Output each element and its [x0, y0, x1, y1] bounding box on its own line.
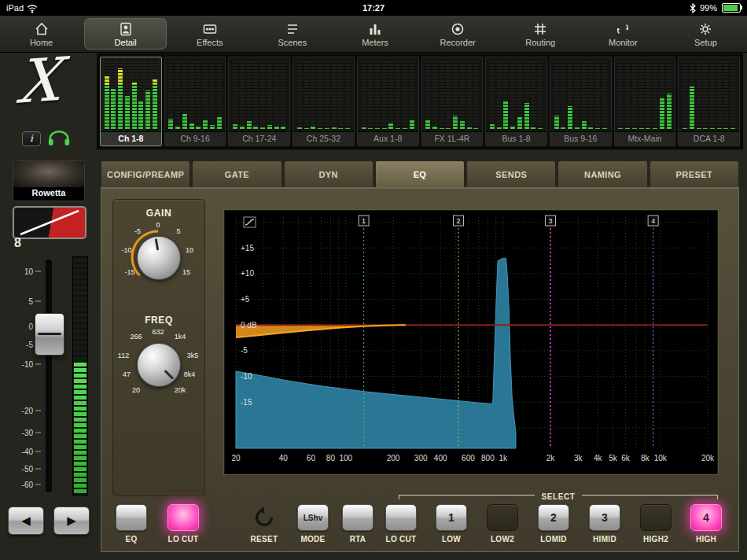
svg-text:+10: +10	[241, 269, 254, 278]
meter-fill	[660, 98, 664, 130]
tab-preset[interactable]: PRESET	[649, 160, 739, 187]
eq-bottom-button-label: LOW2	[476, 535, 529, 543]
meter	[203, 60, 208, 130]
meter-fill	[325, 128, 329, 130]
reset-button[interactable]	[248, 504, 280, 531]
lo-cut-button[interactable]	[385, 504, 417, 531]
himid-button[interactable]: 3	[589, 504, 620, 531]
prev-channel-button[interactable]: ◀	[8, 507, 44, 535]
meter-group-bus-1-8[interactable]: Bus 1-8	[485, 57, 547, 146]
tab-dyn[interactable]: DYN	[284, 160, 374, 187]
meter-group-label: DCA 1-8	[679, 131, 739, 146]
meter	[138, 60, 143, 130]
meter-bars	[422, 57, 483, 131]
knob-dial[interactable]	[137, 236, 181, 280]
high2-button[interactable]	[640, 504, 672, 531]
channel-color-pan[interactable]	[13, 206, 86, 239]
tab-gate[interactable]: GATE	[192, 160, 282, 187]
meter	[260, 60, 265, 130]
next-channel-button[interactable]: ▶	[53, 507, 90, 535]
rta-button[interactable]	[342, 504, 374, 531]
tab-naming[interactable]: NAMING	[557, 160, 647, 187]
meter-fill	[196, 127, 201, 130]
svg-text:80: 80	[326, 454, 336, 462]
meter-group-ch-25-32[interactable]: Ch 25-32	[293, 57, 355, 146]
meter-group-ch-1-8[interactable]: Ch 1-8	[100, 57, 162, 146]
low2-button[interactable]	[487, 504, 518, 531]
high-button[interactable]: 4	[690, 504, 722, 531]
meter-fill	[168, 119, 173, 130]
meter-fill	[267, 125, 272, 130]
meter-group-label: Aux 1-8	[358, 131, 418, 146]
headphones-icon[interactable]	[47, 131, 71, 146]
meter-fill	[138, 101, 143, 130]
meter-group-aux-1-8[interactable]: Aux 1-8	[357, 57, 419, 146]
meter-fill	[646, 128, 650, 130]
nav-item-monitor[interactable]: Monitor	[582, 16, 664, 52]
svg-text:2k: 2k	[546, 454, 556, 462]
gain-knob[interactable]: 0-55-1010-1515	[117, 220, 199, 299]
knob-tick-label: 47	[123, 370, 131, 378]
meter-fill	[588, 127, 593, 130]
nav-item-routing[interactable]: Routing	[499, 16, 582, 52]
fader-track[interactable]	[46, 260, 52, 492]
battery-icon	[722, 3, 741, 13]
meter	[453, 60, 458, 130]
meter-fill	[524, 103, 529, 130]
meter-fill	[575, 127, 580, 130]
meter	[717, 60, 722, 130]
meter-group-mtx-main[interactable]: Mtx-Main	[614, 57, 676, 146]
meter-fill	[190, 123, 194, 130]
knob-dial[interactable]	[137, 343, 181, 387]
nav-item-scenes[interactable]: Scenes	[251, 16, 333, 52]
meter	[153, 60, 157, 130]
meter-group-label: Bus 9-16	[550, 131, 611, 146]
meter-group-ch-17-24[interactable]: Ch 17-24	[228, 57, 290, 146]
nav-item-detail[interactable]: Detail	[84, 18, 167, 50]
fader-handle[interactable]	[35, 313, 64, 356]
meter-fill	[318, 128, 322, 130]
wifi-icon	[27, 3, 38, 13]
meter	[304, 60, 309, 130]
nav-item-effects[interactable]: Effects	[168, 16, 251, 52]
meter-group-dca-1-8[interactable]: DCA 1-8	[678, 57, 740, 146]
knob-tick-label: 3k5	[187, 352, 199, 359]
meter-group-fx-1l-4r[interactable]: FX 1L-4R	[421, 57, 484, 146]
nav-item-setup[interactable]: Setup	[664, 16, 747, 52]
tab-sends[interactable]: SENDS	[466, 160, 556, 187]
meter	[503, 60, 508, 130]
channel-meter	[72, 256, 88, 496]
info-button[interactable]: i	[22, 131, 41, 146]
eq-button[interactable]	[116, 504, 147, 531]
low-button[interactable]: 1	[436, 504, 467, 531]
fader-scale-mark: 5	[28, 297, 41, 306]
channel-photo	[13, 161, 84, 187]
meter-fill	[717, 128, 722, 130]
tab-eq[interactable]: EQ	[375, 160, 465, 187]
lo-cut-button[interactable]	[167, 504, 199, 531]
knob-tick-label: 0	[156, 221, 160, 229]
meter-fill	[253, 127, 258, 130]
meter-fill	[388, 123, 393, 130]
meter	[182, 60, 187, 130]
nav-item-meters[interactable]: Meters	[333, 16, 416, 52]
nav-item-recorder[interactable]: Recorder	[417, 16, 499, 52]
meter-group-label: Bus 1-8	[486, 131, 546, 146]
tab-config-preamp[interactable]: CONFIG/PREAMP	[101, 160, 190, 187]
svg-text:+15: +15	[241, 244, 254, 252]
meter-fill	[618, 128, 623, 130]
eq-graph[interactable]: 1234+15+10+50 dB-5-10-152040608010020030…	[224, 210, 718, 474]
svg-text:8k: 8k	[641, 454, 650, 462]
meter-group-bus-9-16[interactable]: Bus 9-16	[550, 57, 612, 146]
channel-card[interactable]: Rowetta	[13, 160, 85, 201]
knob-tick-label: 15	[182, 268, 190, 276]
svg-text:800: 800	[481, 454, 495, 462]
freq-knob[interactable]: 6322661k41123k5478k42020k	[117, 327, 199, 406]
mode-button[interactable]: LShv	[297, 504, 329, 531]
meter-group-ch-9-16[interactable]: Ch 9-16	[164, 57, 226, 146]
meter	[639, 60, 644, 130]
fader-scale-label: -40	[22, 448, 33, 456]
meter	[588, 60, 593, 130]
meter	[517, 60, 522, 130]
lomid-button[interactable]: 2	[538, 504, 569, 531]
